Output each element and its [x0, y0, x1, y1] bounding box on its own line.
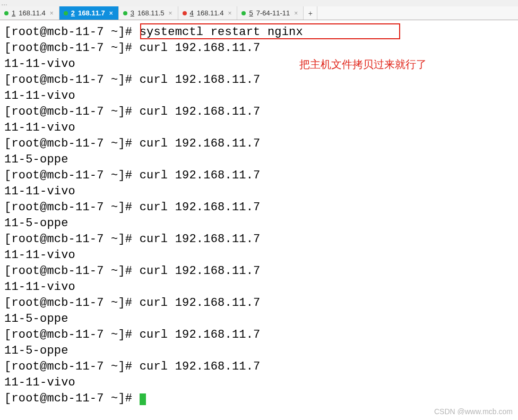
shell-command: curl 192.168.11.7 [140, 105, 261, 118]
tab-168-11-4[interactable]: 4 168.11.4× [178, 6, 238, 20]
tab-168-11-4[interactable]: 1 168.11.4× [0, 6, 59, 20]
shell-command: curl 192.168.11.7 [140, 296, 261, 310]
shell-command: curl 192.168.11.7 [140, 169, 261, 182]
tab-label: 168.11.7 [78, 9, 105, 17]
shell-prompt: [root@mcb-11-7 ~]# [4, 137, 140, 150]
shell-prompt: [root@mcb-11-7 ~]# [4, 73, 140, 87]
tab-number: 1 [12, 9, 15, 17]
shell-command: curl 192.168.11.7 [140, 73, 261, 87]
shell-prompt: [root@mcb-11-7 ~]# [4, 25, 140, 39]
shell-prompt: [root@mcb-11-7 ~]# [4, 264, 140, 278]
tab-label: 168.11.4 [19, 9, 46, 17]
tab-bar: 1 168.11.4×2 168.11.7×3 168.11.5×4 168.1… [0, 6, 518, 20]
terminal-prompt-line: [root@mcb-11-7 ~]# curl 192.168.11.7 [4, 200, 514, 216]
command-output: 11-5-oppe [4, 217, 68, 230]
command-output: 11-11-vivo [4, 248, 75, 262]
terminal-prompt-line: [root@mcb-11-7 ~]# curl 192.168.11.7 [4, 40, 514, 56]
tab-number: 5 [249, 9, 253, 17]
shell-command: systemctl restart nginx [140, 25, 303, 39]
terminal-output-line: 11-11-vivo [4, 120, 514, 136]
cursor-icon [140, 393, 146, 405]
status-dot-icon [4, 11, 8, 15]
terminal-prompt-line: [root@mcb-11-7 ~]# curl 192.168.11.7 [4, 232, 514, 247]
close-icon[interactable]: × [49, 10, 55, 17]
command-output: 11-11-vivo [4, 121, 75, 134]
shell-command: curl 192.168.11.7 [140, 137, 261, 150]
terminal-prompt-line: [root@mcb-11-7 ~]# curl 192.168.11.7 [4, 136, 514, 152]
crop-overlay [0, 415, 518, 420]
command-output: 11-11-vivo [4, 185, 75, 198]
shell-prompt: [root@mcb-11-7 ~]# [4, 201, 140, 214]
command-output: 11-5-oppe [4, 312, 68, 325]
shell-prompt: [root@mcb-11-7 ~]# [4, 105, 140, 118]
tab-number: 4 [190, 9, 194, 17]
terminal-output-line: 11-5-oppe [4, 343, 514, 359]
terminal-output-line: 11-11-vivo [4, 184, 514, 200]
shell-prompt: [root@mcb-11-7 ~]# [4, 169, 140, 182]
tab-label: 168.11.5 [137, 9, 165, 17]
tab-number: 3 [131, 9, 134, 17]
terminal-output-line: 11-11-vivo [4, 247, 514, 263]
terminal-output-line: 11-11-vivo [4, 279, 514, 295]
tab-168-11-5[interactable]: 3 168.11.5× [119, 6, 178, 20]
terminal-prompt-line: [root@mcb-11-7 ~]# curl 192.168.11.7 [4, 104, 514, 120]
command-output: 11-11-vivo [4, 57, 75, 71]
command-output: 11-11-vivo [4, 280, 75, 294]
shell-prompt: [root@mcb-11-7 ~]# [4, 392, 140, 405]
close-icon[interactable]: × [227, 10, 232, 17]
terminal-output-line: 11-11-vivo [4, 88, 514, 104]
tab-number: 2 [71, 9, 75, 17]
command-output: 11-5-oppe [4, 344, 68, 357]
terminal-output-line: 11-11-vivo [4, 56, 514, 72]
status-dot-icon [183, 11, 187, 15]
terminal-output-line: 11-5-oppe [4, 311, 514, 327]
command-output: 11-11-vivo [4, 376, 75, 389]
tab-168-11-7[interactable]: 2 168.11.7× [59, 6, 119, 20]
terminal-output-line: 11-5-oppe [4, 152, 514, 168]
terminal-output[interactable]: [root@mcb-11-7 ~]# systemctl restart ngi… [0, 20, 518, 407]
status-dot-icon [64, 11, 68, 15]
shell-command: curl 192.168.11.7 [140, 233, 261, 246]
tab-7-64-11-11[interactable]: 5 7-64-11-11× [237, 6, 304, 20]
shell-command: curl 192.168.11.7 [140, 360, 261, 373]
terminal-prompt-line: [root@mcb-11-7 ~]# curl 192.168.11.7 [4, 72, 514, 88]
shell-prompt: [root@mcb-11-7 ~]# [4, 328, 140, 341]
command-output: 11-5-oppe [4, 153, 68, 166]
shell-command: curl 192.168.11.7 [140, 41, 261, 55]
shell-prompt: [root@mcb-11-7 ~]# [4, 296, 140, 310]
shell-command: curl 192.168.11.7 [140, 328, 261, 341]
terminal-prompt-line: [root@mcb-11-7 ~]# [4, 391, 514, 407]
command-output: 11-11-vivo [4, 89, 75, 102]
terminal-prompt-line: [root@mcb-11-7 ~]# curl 192.168.11.7 [4, 295, 514, 311]
tab-label: 7-64-11-11 [256, 9, 290, 17]
tab-label: 168.11.4 [197, 9, 224, 17]
shell-prompt: [root@mcb-11-7 ~]# [4, 233, 140, 246]
annotation-text: 把主机文件拷贝过来就行了 [299, 57, 427, 72]
status-dot-icon [123, 11, 127, 15]
terminal-output-line: 11-11-vivo [4, 375, 514, 391]
shell-prompt: [root@mcb-11-7 ~]# [4, 41, 140, 55]
terminal-output-line: 11-5-oppe [4, 216, 514, 232]
close-icon[interactable]: × [293, 10, 299, 17]
shell-prompt: [root@mcb-11-7 ~]# [4, 360, 140, 373]
shell-command: curl 192.168.11.7 [140, 201, 261, 214]
close-icon[interactable]: × [168, 10, 174, 17]
terminal-prompt-line: [root@mcb-11-7 ~]# systemctl restart ngi… [4, 24, 514, 40]
terminal-prompt-line: [root@mcb-11-7 ~]# curl 192.168.11.7 [4, 168, 514, 184]
titlebar-fragment: … [0, 0, 518, 6]
add-tab-button[interactable]: + [304, 6, 317, 20]
close-icon[interactable]: × [108, 10, 114, 17]
terminal-prompt-line: [root@mcb-11-7 ~]# curl 192.168.11.7 [4, 263, 514, 279]
shell-command: curl 192.168.11.7 [140, 264, 261, 278]
terminal-prompt-line: [root@mcb-11-7 ~]# curl 192.168.11.7 [4, 327, 514, 343]
status-dot-icon [241, 11, 246, 15]
terminal-prompt-line: [root@mcb-11-7 ~]# curl 192.168.11.7 [4, 359, 514, 375]
